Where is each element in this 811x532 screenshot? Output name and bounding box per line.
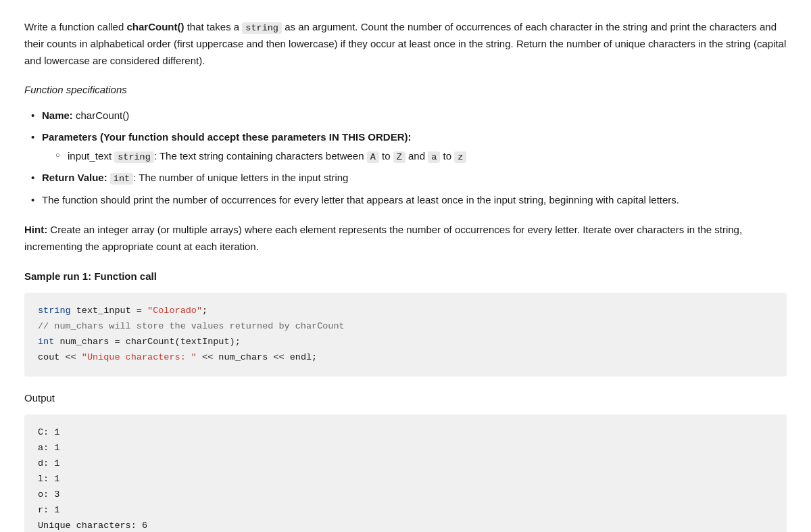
sample-run-bold-title: Sample run 1: [24, 270, 91, 282]
hint-section: Hint: Create an integer array (or multip… [24, 222, 787, 256]
output-line: d: 1 [38, 456, 773, 472]
intro-paragraph: Write a function called charCount() that… [24, 19, 787, 70]
spec-params-sublist: input_text string: The text string conta… [42, 148, 787, 165]
code-cout-rest: << num_chars << endl; [197, 352, 317, 362]
param-A-code: A [367, 151, 379, 163]
param-z-code: z [454, 151, 466, 163]
param-to2: to [443, 150, 451, 162]
output-line: a: 1 [38, 441, 773, 456]
output-line: r: 1 [38, 503, 773, 518]
string-inline-code: string [242, 22, 282, 34]
param-to1: to [382, 150, 391, 162]
return-type-code: int [110, 173, 133, 185]
param-name: input_text [68, 150, 112, 162]
code-line-3: int num_chars = charCount(textInput); [38, 335, 773, 350]
code-block-sample: string text_input = "Colorado"; // num_c… [24, 293, 787, 377]
section-title: Function specifications [24, 82, 787, 98]
function-name-bold: charCount() [126, 21, 184, 32]
code-numchars-assign: num_chars = charCount(textInput); [59, 337, 240, 347]
spec-name-value: charCount() [76, 110, 129, 121]
kw-string: string [38, 306, 71, 316]
output-line: o: 3 [38, 487, 773, 503]
kw-int: int [38, 337, 54, 347]
return-desc: : The number of unique letters in the in… [133, 172, 348, 183]
output-line: C: 1 [38, 425, 773, 441]
param-a-code: a [428, 151, 440, 163]
string-value-unique: "Unique characters: " [82, 352, 197, 362]
spec-print-text: The function should print the number of … [42, 194, 679, 205]
sample-run-title: Sample run 1: Function call [24, 268, 787, 285]
spec-print: The function should print the number of … [31, 192, 787, 208]
code-line-2: // num_chars will store the values retur… [38, 319, 773, 335]
spec-return: Return Value: int: The number of unique … [31, 170, 787, 187]
output-title: Output [24, 390, 787, 406]
output-line: l: 1 [38, 472, 773, 487]
param-type-code: string [114, 151, 154, 163]
hint-text: Create an integer array (or multiple arr… [24, 224, 742, 252]
code-block-output: C: 1a: 1d: 1l: 1o: 3r: 1Unique character… [24, 414, 787, 532]
param-desc: : The text string containing characters … [154, 150, 364, 162]
output-line: Unique characters: 6 [38, 518, 773, 532]
spec-name-label: Name: [42, 110, 73, 121]
spec-param-item: input_text string: The text string conta… [55, 148, 787, 165]
code-line-4: cout << "Unique characters: " << num_cha… [38, 350, 773, 366]
code-line-1: string text_input = "Colorado"; [38, 304, 773, 319]
hint-label: Hint: [24, 224, 47, 235]
param-Z-code: Z [393, 151, 406, 163]
spec-return-label: Return Value: [42, 172, 107, 183]
main-content: Write a function called charCount() that… [24, 19, 787, 532]
specs-list: Name: charCount() Parameters (Your funct… [24, 107, 787, 208]
param-and: and [408, 150, 425, 162]
string-value-colorado: "Colorado" [147, 306, 202, 316]
spec-params: Parameters (Your function should accept … [31, 129, 787, 165]
sample-run-subtitle: Function call [94, 270, 157, 282]
code-comment: // num_chars will store the values retur… [38, 321, 345, 331]
code-cout: cout << [38, 352, 82, 362]
spec-name: Name: charCount() [31, 107, 787, 124]
code-semi-1: ; [202, 306, 207, 316]
code-varname-1: text_input = [76, 306, 147, 316]
spec-params-label: Parameters (Your function should accept … [42, 131, 412, 143]
